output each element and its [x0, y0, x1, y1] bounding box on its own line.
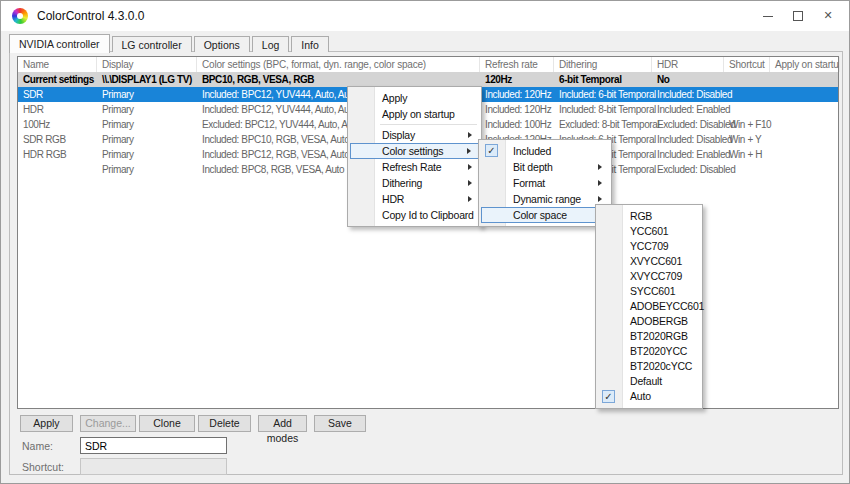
- menu-item-included[interactable]: Included✓: [481, 143, 609, 159]
- cell-name: Current settings: [18, 72, 94, 87]
- nvidia-controller-panel: NameDisplayColor settings (BPC, format, …: [9, 51, 843, 475]
- cell-shortcut: Win + F10: [724, 117, 771, 132]
- cell-shortcut: [724, 162, 729, 177]
- tab-options[interactable]: Options: [194, 36, 250, 52]
- maximize-button[interactable]: [783, 1, 813, 31]
- menu-item-hdr[interactable]: HDR: [350, 191, 479, 207]
- clone-button[interactable]: Clone: [139, 415, 195, 432]
- cell-hdr: Included: Enabled: [652, 102, 730, 117]
- add-modes-button[interactable]: Add modes: [258, 415, 307, 432]
- cell-color: Included: BPC10, RGB, VESA, Auto: [197, 132, 349, 147]
- column-header-name[interactable]: Name: [18, 57, 97, 72]
- menu-item-color-settings[interactable]: Color settings: [350, 143, 479, 159]
- shortcut-label: Shortcut:: [22, 461, 64, 473]
- menu-item-bt2020cycc[interactable]: BT2020cYCC: [598, 359, 700, 374]
- app-window: ColorControl 4.3.0.0 ✕ NVIDIA controller…: [0, 0, 850, 484]
- menu-item-refresh-rate[interactable]: Refresh Rate: [350, 159, 479, 175]
- menu-item-display[interactable]: Display: [350, 127, 479, 143]
- cell-startup: [770, 162, 775, 177]
- tab-info[interactable]: Info: [291, 36, 329, 52]
- submenu-arrow-icon: [468, 180, 472, 186]
- cell-name: HDR RGB: [18, 147, 66, 162]
- cell-startup: [770, 117, 775, 132]
- menu-item-bt2020ycc[interactable]: BT2020YCC: [598, 344, 700, 359]
- menu-item-xvycc601[interactable]: XVYCC601: [598, 254, 700, 269]
- apply-button[interactable]: Apply: [20, 415, 73, 432]
- close-icon: ✕: [813, 9, 843, 22]
- cell-startup: [770, 147, 775, 162]
- cell-startup: [770, 132, 775, 147]
- menu-item-dithering[interactable]: Dithering: [350, 175, 479, 191]
- submenu-arrow-icon: [467, 148, 471, 154]
- menu-item-bt2020rgb[interactable]: BT2020RGB: [598, 329, 700, 344]
- cell-hdr: Excluded: Disabled: [652, 117, 735, 132]
- menu-item-adobeycc601[interactable]: ADOBEYCC601: [598, 299, 700, 314]
- submenu-arrow-icon: [468, 132, 472, 138]
- close-button[interactable]: ✕: [813, 1, 843, 31]
- menu-item-rgb[interactable]: RGB: [598, 209, 700, 224]
- cell-dithering: Excluded: 8-bit Temporal: [554, 117, 659, 132]
- menu-item-apply[interactable]: Apply: [350, 90, 479, 106]
- minimize-button[interactable]: [753, 1, 783, 31]
- cell-color: BPC10, RGB, VESA, RGB: [197, 72, 314, 87]
- menu-item-xvycc709[interactable]: XVYCC709: [598, 269, 700, 284]
- app-icon: [12, 8, 28, 24]
- cell-name: SDR RGB: [18, 132, 66, 147]
- menu-item-adobergb[interactable]: ADOBERGB: [598, 314, 700, 329]
- column-header-refresh[interactable]: Refresh rate: [480, 57, 554, 72]
- menu-item-default[interactable]: Default: [598, 374, 700, 389]
- menu-item-format[interactable]: Format: [481, 175, 609, 191]
- cell-hdr: Included: Enabled: [652, 147, 730, 162]
- cell-name: [18, 162, 23, 177]
- submenu-arrow-icon: [468, 196, 472, 202]
- cell-dithering: 6-bit Temporal: [554, 72, 622, 87]
- cell-display: Primary: [97, 102, 134, 117]
- menu-item-ycc709[interactable]: YCC709: [598, 239, 700, 254]
- tab-nvidia-controller[interactable]: NVIDIA controller: [9, 34, 110, 53]
- column-header-color[interactable]: Color settings (BPC, format, dyn. range,…: [197, 57, 480, 72]
- menu-item-copy-id-to-clipboard[interactable]: Copy Id to Clipboard: [350, 207, 479, 223]
- cell-display: Primary: [97, 162, 134, 177]
- name-label: Name:: [22, 440, 53, 452]
- menu-item-auto[interactable]: Auto✓: [598, 389, 700, 404]
- name-input[interactable]: [80, 437, 227, 454]
- maximize-icon: [793, 11, 803, 21]
- cell-hdr: Included: Disabled: [652, 132, 732, 147]
- cell-startup: [770, 72, 775, 87]
- tab-lg-controller[interactable]: LG controller: [112, 36, 192, 52]
- column-header-hdr[interactable]: HDR: [652, 57, 724, 72]
- cell-color: Excluded: BPC12, YUV444, Auto, Auto: [197, 117, 360, 132]
- delete-button[interactable]: Delete: [198, 415, 251, 432]
- cell-color: Included: BPC8, RGB, VESA, Auto: [197, 162, 344, 177]
- tab-log[interactable]: Log: [252, 36, 290, 52]
- cell-hdr: Included: Disabled: [652, 87, 732, 102]
- cell-display: Primary: [97, 117, 134, 132]
- menu-item-apply-on-startup[interactable]: Apply on startup: [350, 106, 479, 122]
- column-header-shortcut[interactable]: Shortcut: [724, 57, 770, 72]
- cell-color: Included: BPC12, YUV444, Auto, Auto: [197, 87, 357, 102]
- menu-item-sycc601[interactable]: SYCC601: [598, 284, 700, 299]
- table-header: NameDisplayColor settings (BPC, format, …: [18, 57, 838, 72]
- save-button[interactable]: Save: [314, 415, 366, 432]
- cell-display: Primary: [97, 147, 134, 162]
- cell-dithering: Included: 6-bit Temporal: [554, 87, 656, 102]
- column-header-display[interactable]: Display: [97, 57, 197, 72]
- menu-item-ycc601[interactable]: YCC601: [598, 224, 700, 239]
- column-header-startup[interactable]: Apply on startup: [770, 57, 840, 72]
- cell-shortcut: [724, 72, 729, 87]
- shortcut-input: [80, 458, 227, 475]
- cell-name: HDR: [18, 102, 43, 117]
- submenu-arrow-icon: [468, 164, 472, 170]
- table-row-current-settings[interactable]: Current settings\\.\DISPLAY1 (LG TV)BPC1…: [18, 72, 838, 87]
- checkmark-icon: ✓: [602, 390, 615, 403]
- change-button: Change...: [80, 415, 136, 432]
- menu-item-dynamic-range[interactable]: Dynamic range: [481, 191, 609, 207]
- cell-dithering: Included: 8-bit Temporal: [554, 102, 656, 117]
- cell-name: SDR: [18, 87, 43, 102]
- checkmark-icon: ✓: [485, 144, 498, 157]
- cell-display: Primary: [97, 87, 134, 102]
- column-header-dithering[interactable]: Dithering: [554, 57, 652, 72]
- menu-item-color-space[interactable]: Color space: [481, 207, 609, 223]
- menu-item-bit-depth[interactable]: Bit depth: [481, 159, 609, 175]
- cell-shortcut: [724, 87, 729, 102]
